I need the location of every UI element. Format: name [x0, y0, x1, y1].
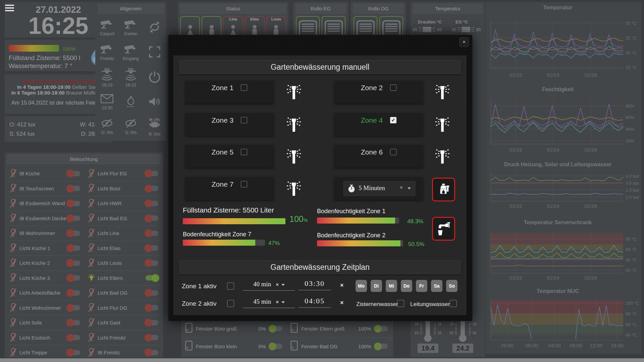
- gauge-bar: [317, 218, 399, 224]
- tap-water-button[interactable]: [432, 217, 455, 241]
- chevron-down-icon[interactable]: [408, 187, 411, 189]
- gauge-percent: 50.5%: [408, 241, 424, 248]
- sprinkler-icon: [286, 180, 302, 198]
- day-button-mo[interactable]: Mo: [356, 280, 367, 292]
- day-button-so[interactable]: So: [446, 280, 458, 292]
- gauge-fill: [183, 218, 285, 224]
- gauge-fill: [183, 240, 255, 246]
- duration-clear-icon[interactable]: ×: [400, 185, 403, 191]
- gauge-percent: 100%: [289, 214, 308, 224]
- zone1-active-label: Zone 1 aktiv: [182, 283, 217, 290]
- sprinkler-icon: [435, 147, 450, 166]
- zone-button-7[interactable]: Zone 7: [185, 177, 274, 200]
- menu-icon[interactable]: [5, 5, 14, 13]
- zone-checkbox[interactable]: [390, 149, 396, 155]
- day-button-fr[interactable]: Fr: [416, 280, 427, 292]
- zone2-clear-icon[interactable]: ×: [340, 299, 344, 306]
- zone-button-6[interactable]: Zone 6: [334, 145, 423, 168]
- zone-button-3[interactable]: Zone 3: [185, 113, 274, 136]
- zone-checkbox[interactable]: [241, 149, 247, 155]
- zone-checkbox[interactable]: [390, 84, 396, 91]
- zone-label: Zone 4: [361, 116, 383, 124]
- day-button-mi[interactable]: Mi: [386, 280, 397, 292]
- gauge-label: Füllstand Zisterne: 5500 Liter: [183, 206, 274, 214]
- zone2-active-checkbox[interactable]: [227, 300, 234, 307]
- duration-value: 5 Minuten: [359, 184, 385, 192]
- zone-label: Zone 1: [212, 84, 233, 92]
- irrigation-modal: × Gartenbewässerung manuell Zone 1Zone 2…: [168, 35, 472, 321]
- gauge-bar: [317, 240, 403, 246]
- zone-checkbox[interactable]: ✓: [390, 117, 396, 123]
- zone-label: Zone 7: [212, 180, 233, 188]
- zone2-duration-select[interactable]: 45 min×: [243, 298, 295, 308]
- manual-irrigation-title: Gartenbewässerung manuell: [179, 60, 461, 74]
- gauge-bar: [183, 218, 285, 224]
- sprinkler-icon: [435, 83, 450, 102]
- zone2-time-input[interactable]: 04:05: [299, 297, 331, 308]
- sprinkler-icon: [286, 147, 302, 166]
- gauge-label: Bodenfeuchtigkeit Zone 2: [317, 232, 385, 239]
- gauge-bar: [183, 240, 265, 246]
- cistern-water-checkbox[interactable]: [397, 300, 404, 307]
- pump-button[interactable]: [432, 178, 455, 201]
- close-icon[interactable]: ×: [460, 38, 469, 47]
- sprinkler-icon: [435, 116, 450, 134]
- day-button-do[interactable]: Do: [401, 280, 412, 292]
- gauge-label: Bodenfeuchtigkeit Zone 7: [183, 231, 251, 238]
- zone-checkbox[interactable]: [241, 117, 247, 123]
- duration-select-tile: 5 Minuten ×: [334, 177, 423, 200]
- zone2-active-label: Zone 2 aktiv: [182, 300, 217, 307]
- zone1-duration-select[interactable]: 40 min×: [243, 281, 295, 291]
- zone1-clear-icon[interactable]: ×: [340, 282, 344, 289]
- zone1-time-input[interactable]: 03:30: [299, 279, 331, 290]
- zone-button-5[interactable]: Zone 5: [185, 145, 274, 168]
- gauge-fill: [317, 240, 400, 246]
- irrigation-modal-content: Gartenbewässerung manuell Zone 1Zone 2Zo…: [173, 55, 467, 315]
- cistern-water-label: Zisternenwasser: [356, 301, 398, 308]
- day-button-di[interactable]: Di: [371, 280, 382, 292]
- schedule-title: Gartenbewässerung Zeitplan: [179, 260, 461, 274]
- zone-label: Zone 6: [361, 148, 383, 156]
- tap-water-checkbox[interactable]: [450, 300, 457, 307]
- zone-checkbox[interactable]: [241, 84, 247, 91]
- sprinkler-icon: [286, 83, 302, 102]
- duration-select[interactable]: 5 Minuten ×: [343, 181, 415, 196]
- gauge-label: Bodenfeuchtigkeit Zone 1: [317, 208, 385, 215]
- zone-label: Zone 3: [212, 116, 233, 124]
- sprinkler-icon: [286, 116, 302, 134]
- gauge-fill: [317, 218, 395, 224]
- zone1-active-checkbox[interactable]: [227, 283, 234, 290]
- zone-button-4[interactable]: Zone 4✓: [334, 113, 423, 136]
- zone-label: Zone 5: [212, 148, 233, 156]
- gauge-percent: 48.3%: [407, 218, 423, 225]
- tap-water-label: Leitungswasser: [410, 301, 450, 308]
- zone-checkbox[interactable]: [241, 181, 247, 187]
- zone-button-2[interactable]: Zone 2: [334, 80, 423, 103]
- zone-button-1[interactable]: Zone 1: [185, 80, 274, 103]
- gauge-percent: 47%: [268, 240, 280, 247]
- day-button-sa[interactable]: Sa: [431, 280, 442, 292]
- zone-label: Zone 2: [361, 84, 383, 92]
